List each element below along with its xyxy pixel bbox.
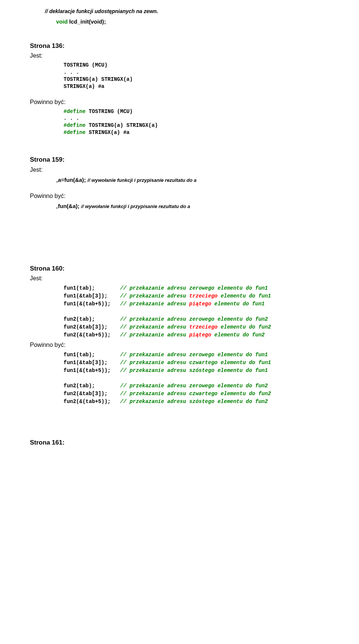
document-page: // deklaracje funkcji udostępnianych na … <box>0 0 359 463</box>
code-text: fun1(tab); <box>64 352 120 358</box>
code-text: a=fun(&a); <box>58 177 88 183</box>
code-line: #define TOSTRING(a) STRINGX(a) <box>64 122 329 129</box>
code-text: fun(&a); <box>58 203 81 209</box>
heading-159: Strona 159: <box>30 155 329 165</box>
code-comment: // przekazanie adresu zerowego elementu … <box>120 352 268 358</box>
code-line: . . . <box>64 115 329 122</box>
code-jest-159: „a=fun(&a); // wywołanie funkcji i przyp… <box>56 176 329 184</box>
heading-161: Strona 161: <box>30 438 329 448</box>
code-comment: // wywołanie funkcji i przypisanie rezul… <box>88 177 197 183</box>
define-kw: #define <box>64 129 86 135</box>
code-comment: // przekazanie adresu <box>120 293 189 299</box>
code-text: fun1(&(tab+5)); <box>64 301 120 307</box>
code-comment: // przekazanie adresu <box>120 367 189 373</box>
code-comment: elementu do fun2 <box>211 332 265 338</box>
code-comment: // przekazanie adresu zerowego elementu … <box>120 316 268 322</box>
label-jest-159: Jest: <box>30 165 329 174</box>
highlight-word: piątego <box>189 332 211 338</box>
void-keyword: void <box>56 18 68 25</box>
code-text: TOSTRING (MCU) <box>86 109 133 115</box>
code-comment: elementu do fun2 <box>214 399 268 405</box>
code-line: fun2(&(tab+5)); // przekazanie adresu sz… <box>64 398 329 406</box>
code-comment: // przekazanie adresu <box>120 360 189 366</box>
code-powinno-136: #define TOSTRING (MCU) . . . #define TOS… <box>64 108 329 137</box>
code-comment: // przekazanie adresu <box>120 301 189 307</box>
highlight-word: czwartego <box>189 391 218 397</box>
code-line: fun2(&tab[3]); // przekazanie adresu trz… <box>64 323 329 331</box>
code-text: fun1(tab); <box>64 285 120 291</box>
void-func: lcd_init(void); <box>68 18 106 25</box>
highlight-word: trzeciego <box>189 293 218 299</box>
heading-136: Strona 136: <box>30 41 329 51</box>
code-comment: // wywołanie funkcji i przypisanie rezul… <box>81 204 190 209</box>
code-comment: elementu do fun1 <box>218 293 271 299</box>
heading-160: Strona 160: <box>30 264 329 274</box>
label-jest-160: Jest: <box>30 274 329 283</box>
code-text: fun2(&(tab+5)); <box>64 399 120 405</box>
code-jest-160-block1: fun1(tab); // przekazanie adresu zeroweg… <box>64 284 329 308</box>
code-line: . . . <box>64 69 329 76</box>
code-text: TOSTRING(a) STRINGX(a) <box>86 122 158 128</box>
code-line: fun1(&tab[3]); // przekazanie adresu czw… <box>64 359 329 367</box>
highlight-word: piątego <box>189 301 211 307</box>
code-text: fun1(&tab[3]); <box>64 360 120 366</box>
code-comment: // przekazanie adresu <box>120 391 189 397</box>
code-text: fun2(tab); <box>64 383 120 389</box>
code-line: fun1(&(tab+5)); // przekazanie adresu pi… <box>64 300 329 308</box>
code-line: fun2(tab); // przekazanie adresu zeroweg… <box>64 382 329 390</box>
highlight-word: szóstego <box>189 367 214 373</box>
code-line: #define TOSTRING (MCU) <box>64 108 329 115</box>
code-text: fun2(&tab[3]); <box>64 391 120 397</box>
code-line: TOSTRING (MCU) <box>64 62 329 69</box>
label-powinno-159: Powinno być: <box>30 192 329 201</box>
code-text: fun2(&(tab+5)); <box>64 332 120 338</box>
code-line: #define STRINGX(a) #a <box>64 129 329 136</box>
code-comment: elementu do fun1 <box>214 367 268 373</box>
code-line: fun1(&(tab+5)); // przekazanie adresu sz… <box>64 367 329 375</box>
code-jest-136: TOSTRING (MCU) . . . TOSTRING(a) STRINGX… <box>64 62 329 90</box>
code-comment: // przekazanie adresu zerowego elementu … <box>120 285 268 291</box>
code-comment: // przekazanie adresu <box>120 332 189 338</box>
void-declaration: void lcd_init(void); <box>56 18 329 26</box>
code-comment: elementu do fun2 <box>218 324 271 330</box>
top-comment: // deklaracje funkcji udostępnianych na … <box>45 7 329 15</box>
code-comment: // przekazanie adresu <box>120 324 189 330</box>
code-line: fun1(tab); // przekazanie adresu zeroweg… <box>64 284 329 292</box>
code-comment: elementu do fun1 <box>211 301 265 307</box>
define-kw: #define <box>64 109 86 115</box>
code-comment: elementu do fun1 <box>218 360 271 366</box>
highlight-word: trzeciego <box>189 324 218 330</box>
code-powinno-160-block2: fun2(tab); // przekazanie adresu zeroweg… <box>64 382 329 406</box>
code-text: STRINGX(a) #a <box>86 129 130 135</box>
label-powinno-160: Powinno być: <box>30 341 329 350</box>
code-line: fun1(&tab[3]); // przekazanie adresu trz… <box>64 292 329 300</box>
code-line: fun2(&(tab+5)); // przekazanie adresu pi… <box>64 331 329 339</box>
code-line: STRINGX(a) #a <box>64 83 329 90</box>
code-powinno-159: „fun(&a); // wywołanie funkcji i przypis… <box>56 202 329 211</box>
code-line: fun1(tab); // przekazanie adresu zeroweg… <box>64 351 329 359</box>
code-text: fun2(&tab[3]); <box>64 324 120 330</box>
code-line: fun2(tab); // przekazanie adresu zeroweg… <box>64 315 329 323</box>
label-powinno-136: Powinno być: <box>30 98 329 107</box>
code-line: fun2(&tab[3]); // przekazanie adresu czw… <box>64 390 329 398</box>
code-comment: // przekazanie adresu zerowego elementu … <box>120 383 268 389</box>
code-powinno-160-block1: fun1(tab); // przekazanie adresu zeroweg… <box>64 351 329 375</box>
code-jest-160-block2: fun2(tab); // przekazanie adresu zeroweg… <box>64 315 329 339</box>
define-kw: #define <box>64 122 86 128</box>
code-text: fun1(&(tab+5)); <box>64 367 120 373</box>
code-text: fun2(tab); <box>64 316 120 322</box>
label-jest-136: Jest: <box>30 51 329 60</box>
code-text: fun1(&tab[3]); <box>64 293 120 299</box>
code-line: TOSTRING(a) STRINGX(a) <box>64 76 329 83</box>
highlight-word: czwartego <box>189 360 218 366</box>
highlight-word: szóstego <box>189 399 214 405</box>
code-comment: // przekazanie adresu <box>120 399 189 405</box>
code-comment: elementu do fun2 <box>218 391 271 397</box>
